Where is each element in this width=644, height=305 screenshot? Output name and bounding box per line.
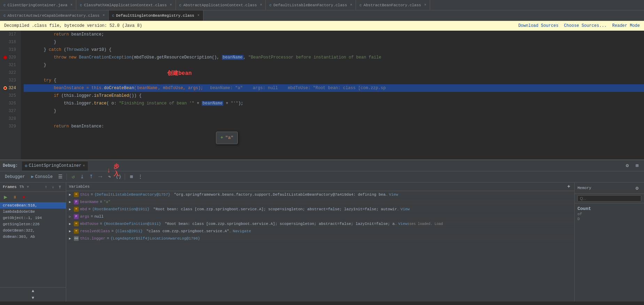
code-line-318: } bbox=[24, 38, 644, 46]
right-side-panels: Memory ⚙ Count of D bbox=[574, 182, 644, 302]
reader-mode-link[interactable]: Reader Mode bbox=[612, 23, 640, 28]
frames-list: ▶ ⏸ ■ createBean:516, lambda$doGetBe get… bbox=[0, 192, 66, 287]
count-section: Count of D bbox=[575, 203, 644, 224]
view-link-mbd[interactable]: View bbox=[401, 207, 410, 211]
add-variable-btn[interactable]: + bbox=[566, 184, 572, 189]
debugger-tab[interactable]: Debugger bbox=[2, 172, 28, 182]
tab-default-singleton-registry[interactable]: c DefaultSingletonBeanRegistry.class × bbox=[109, 10, 203, 21]
pause-icon[interactable]: ⏸ bbox=[10, 193, 19, 201]
code-line-321: } bbox=[24, 61, 644, 69]
close-icon[interactable]: × bbox=[197, 14, 200, 17]
line-317: 317 bbox=[0, 31, 18, 38]
class-file-icon: c bbox=[359, 3, 362, 7]
download-sources-link[interactable]: Download Sources bbox=[518, 23, 558, 28]
threads-tab[interactable]: Th bbox=[20, 185, 24, 189]
frame-up-btn[interactable]: ↑ bbox=[43, 184, 49, 190]
tooltip-value: "a" bbox=[225, 134, 233, 142]
close-icon[interactable]: × bbox=[424, 3, 426, 7]
frame-down-btn[interactable]: ↓ bbox=[50, 184, 56, 190]
frame-item-get-object[interactable]: getObject:-1, 194 bbox=[0, 215, 66, 221]
debug-content-area: Frames Th ▼ ↑ ↓ ⊤ ▶ ⏸ ■ createBean:516, … bbox=[0, 182, 644, 302]
line-329: 329 bbox=[0, 123, 18, 130]
stop-icon[interactable]: ■ bbox=[20, 193, 28, 201]
class-file-icon: c bbox=[269, 3, 272, 7]
maximize-icon[interactable]: ⊞ bbox=[633, 162, 641, 170]
line-321: 321 bbox=[0, 61, 18, 69]
navigate-link-resolved[interactable]: Navigate bbox=[233, 229, 251, 233]
debug-session-tab[interactable]: ⚙ ClientSpringContainer × bbox=[22, 161, 87, 171]
close-icon[interactable]: × bbox=[260, 3, 262, 7]
tab-abstract-app-context[interactable]: c AbstractApplicationContext.class × bbox=[176, 0, 266, 10]
frame-item-create-bean[interactable]: createBean:516, bbox=[0, 202, 66, 209]
frame-item-do-get-bean[interactable]: doGetBean:322, bbox=[0, 227, 66, 234]
scroll-up-btn[interactable]: ▲ bbox=[30, 288, 37, 295]
memory-search-input[interactable] bbox=[577, 195, 641, 202]
breakpoint-icon[interactable] bbox=[3, 56, 7, 59]
expand-arrow-logger: ▶ bbox=[69, 236, 74, 241]
decompiled-info-text: Decompiled .class file, bytecode version… bbox=[4, 23, 142, 28]
code-line-322 bbox=[24, 69, 644, 77]
var-row-args[interactable]: ▷ P args = null bbox=[66, 213, 574, 220]
variables-list: ▶ = this = {DefaultListableBeanFactory@1… bbox=[66, 191, 574, 302]
step-out-btn[interactable]: ⤑ bbox=[96, 173, 104, 181]
var-row-beanname[interactable]: ▶ P beanName = "a" bbox=[66, 198, 574, 206]
memory-settings-icon[interactable]: ⚙ bbox=[633, 184, 641, 192]
compact-view-btn[interactable]: ⋮ bbox=[136, 173, 145, 181]
line-323: 323 bbox=[0, 77, 18, 84]
session-close-icon[interactable]: × bbox=[83, 164, 85, 168]
scroll-down-btn[interactable]: ▼ bbox=[30, 295, 37, 302]
console-tab[interactable]: ▶ Console bbox=[29, 172, 56, 182]
view-link-this[interactable]: View bbox=[389, 193, 398, 197]
class-file-icon: c bbox=[3, 14, 6, 18]
var-row-this[interactable]: ▶ = this = {DefaultListableBeanFactory@1… bbox=[66, 191, 574, 198]
current-breakpoint-icon[interactable] bbox=[3, 86, 7, 90]
step-into-btn[interactable]: ⤒ bbox=[87, 173, 95, 181]
frame-item-do-bean[interactable]: doBean:303, Ab bbox=[0, 234, 66, 240]
frames-header: Frames Th ▼ ↑ ↓ ⊤ bbox=[0, 182, 66, 192]
code-line-327: } bbox=[24, 107, 644, 115]
line-327: 327 bbox=[0, 107, 18, 115]
count-label: Count bbox=[577, 206, 641, 211]
line-319: 319 bbox=[0, 46, 18, 54]
debug-toolbar: Debugger ▶ Console ☰ ↺ ⤓ ⤒ ⤑ ↷ ⟨⟩ ⊞ ⋮ bbox=[0, 171, 644, 182]
annotation-create-bean: 创建bean bbox=[167, 70, 192, 77]
code-line-325: if (this.logger.isTraceEnabled()) { bbox=[24, 92, 644, 100]
expand-arrow-mbdtouse: ▶ bbox=[69, 222, 74, 226]
code-lines-area: 创建bean return beanInstance; } } catch (T… bbox=[21, 31, 644, 159]
annotation-step-in: 步入 bbox=[114, 163, 119, 178]
choose-sources-link[interactable]: Choose Sources... bbox=[564, 23, 606, 28]
step-over-btn[interactable]: ⤓ bbox=[78, 173, 86, 181]
memory-label: Memory bbox=[577, 186, 591, 190]
tab-client-spring-container[interactable]: c ClientSpringContainer.java × bbox=[0, 0, 76, 10]
frame-item-get-singleton[interactable]: getSingleton:226 bbox=[0, 221, 66, 227]
menu-icon[interactable]: ☰ bbox=[56, 173, 64, 181]
frames-list-actions: ▶ ⏸ ■ bbox=[0, 192, 66, 202]
thread-dropdown-icon[interactable]: ▼ bbox=[27, 185, 29, 189]
tab-default-listable[interactable]: c DefaultListableBeanFactory.class × bbox=[266, 0, 356, 10]
tab-classpath-xml[interactable]: c ClassPathXmlApplicationContext.class × bbox=[76, 0, 176, 10]
variables-label: Variables bbox=[69, 185, 90, 189]
close-icon[interactable]: × bbox=[103, 14, 105, 17]
tab-abstract-bean-factory[interactable]: c AbstractBeanFactory.class × bbox=[356, 0, 430, 10]
view-link-mbdtouse[interactable]: View bbox=[398, 222, 407, 226]
frame-item-lambda[interactable]: lambda$doGetBe bbox=[0, 209, 66, 215]
code-editor: 317 318 319 320 321 322 323 324 325 326 … bbox=[0, 31, 644, 159]
var-row-resolved-class[interactable]: ▶ = resolvedClass = {Class@2011} "class … bbox=[66, 228, 574, 235]
line-322: 322 bbox=[0, 69, 18, 77]
close-icon[interactable]: × bbox=[170, 3, 172, 7]
close-icon[interactable]: × bbox=[70, 3, 72, 7]
close-icon[interactable]: × bbox=[350, 3, 352, 7]
resume-icon[interactable]: ▶ bbox=[1, 193, 10, 201]
count-detail: D bbox=[577, 217, 641, 221]
var-row-mbd[interactable]: ▶ = mbd = {RootBeanDefinition@1911} "Roo… bbox=[66, 206, 574, 213]
session-icon: ⚙ bbox=[25, 163, 27, 169]
variable-tooltip: + "a" bbox=[216, 132, 238, 144]
tab-abstract-autowire[interactable]: c AbstractAutowireCapableBeanFactory.cla… bbox=[0, 10, 109, 21]
settings-icon[interactable]: ⚙ bbox=[623, 162, 631, 170]
table-view-btn[interactable]: ⊞ bbox=[127, 173, 135, 181]
frame-filter-btn[interactable]: ⊤ bbox=[57, 184, 63, 190]
var-row-this-logger[interactable]: ▶ oo this.logger = {LogAdapter$Slf4jLoca… bbox=[66, 235, 574, 242]
var-row-mbdtouse[interactable]: ▶ = mbdToUse = {RootBeanDefinition@1911}… bbox=[66, 220, 574, 228]
frames-tab[interactable]: Frames bbox=[3, 185, 17, 189]
rerun-icon[interactable]: ↺ bbox=[69, 173, 77, 181]
